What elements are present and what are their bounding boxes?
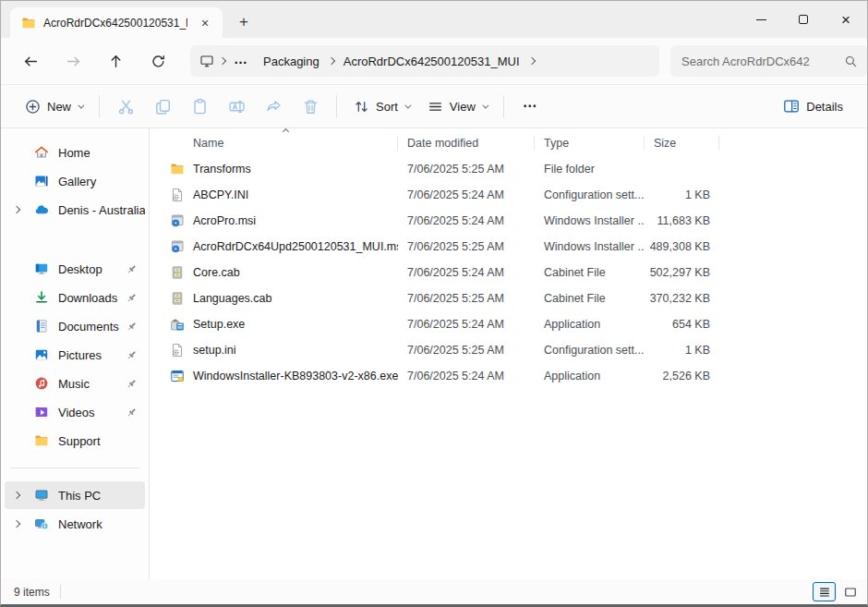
file-size: 2,526 KB <box>645 370 719 382</box>
pin-icon <box>126 263 138 275</box>
share-button[interactable] <box>255 91 292 122</box>
pin-icon <box>126 292 138 304</box>
minimize-button[interactable] <box>740 1 782 38</box>
onedrive-icon <box>34 202 49 217</box>
sidebar-item-music[interactable]: Music <box>5 370 145 397</box>
sidebar-item-denis-australian-r[interactable]: Denis - Australian R <box>5 196 145 224</box>
sidebar-item-home[interactable]: Home <box>5 139 145 166</box>
thispc-icon <box>34 488 49 503</box>
sidebar-item-this-pc[interactable]: This PC <box>5 481 145 509</box>
file-name: Core.cab <box>193 266 240 279</box>
home-icon <box>34 145 49 160</box>
expand-chevron-icon[interactable] <box>13 520 20 528</box>
file-date-modified: 7/06/2025 5:25 AM <box>398 163 535 176</box>
sidebar-item-videos[interactable]: Videos <box>5 398 145 426</box>
sidebar-item-label: Network <box>58 517 145 531</box>
paste-button[interactable] <box>181 91 218 122</box>
sidebar-item-network[interactable]: Network <box>5 510 145 538</box>
details-view-toggle[interactable] <box>813 582 836 601</box>
sidebar-item-pictures[interactable]: Pictures <box>5 341 145 369</box>
file-row[interactable]: Setup.exe7/06/2025 5:24 AMApplication654… <box>150 311 867 337</box>
file-list-pane: Name Date modified Type Size Transforms7… <box>150 128 867 579</box>
delete-button[interactable] <box>292 91 329 122</box>
explorer-tab[interactable]: AcroRdrDCx642500120531_MUI × <box>10 7 223 38</box>
window-controls: × <box>740 1 867 38</box>
file-row[interactable]: WindowsInstaller-KB893803-v2-x86.exe7/06… <box>150 363 867 389</box>
file-list: Transforms7/06/2025 5:25 AMFile folderAB… <box>150 156 867 389</box>
details-pane-icon <box>783 98 800 115</box>
details-pane-button[interactable]: Details <box>774 91 852 121</box>
kbexe-file-icon <box>170 369 185 383</box>
folder-file-icon <box>170 162 185 176</box>
ini-file-icon <box>170 188 185 202</box>
ini-file-icon <box>170 343 185 358</box>
new-button[interactable]: New <box>16 92 91 121</box>
close-button[interactable]: × <box>825 1 867 38</box>
file-row[interactable]: setup.ini7/06/2025 5:25 AMConfiguration … <box>150 337 867 363</box>
tab-title: AcroRdrDCx642500120531_MUI <box>43 17 187 30</box>
search-input[interactable] <box>681 55 844 68</box>
refresh-button[interactable] <box>142 44 174 78</box>
search-box[interactable] <box>670 45 867 77</box>
expand-chevron-icon[interactable] <box>13 492 20 499</box>
expand-chevron-icon[interactable] <box>13 206 20 213</box>
rename-button[interactable] <box>218 91 255 122</box>
this-pc-monitor-icon[interactable] <box>199 54 214 68</box>
see-more-button[interactable]: … <box>512 91 549 122</box>
file-name: Languages.cab <box>193 292 272 305</box>
tab-close-icon[interactable]: × <box>195 13 215 33</box>
breadcrumb-chevron-icon[interactable] <box>527 57 535 65</box>
file-row[interactable]: AcroPro.msi7/06/2025 5:24 AMWindows Inst… <box>150 208 867 234</box>
folder-icon <box>21 16 36 30</box>
sort-button[interactable]: Sort <box>344 92 418 121</box>
breadcrumb[interactable]: … Packaging AcroRdrDCx642500120531_MUI <box>190 45 659 77</box>
sidebar-item-documents[interactable]: Documents <box>5 312 145 340</box>
maximize-icon <box>799 15 808 24</box>
details-view-icon <box>818 586 831 599</box>
back-button[interactable] <box>16 44 47 78</box>
column-header-type[interactable]: Type <box>535 136 645 151</box>
breadcrumb-item-current[interactable]: AcroRdrDCx642500120531_MUI <box>336 51 527 72</box>
file-name: Transforms <box>193 163 251 176</box>
column-header-name[interactable]: Name <box>150 136 398 151</box>
desktop-icon <box>34 261 49 276</box>
copy-button[interactable] <box>144 91 181 122</box>
status-bar: 9 items <box>1 579 867 604</box>
sidebar-item-support[interactable]: Support <box>5 427 145 455</box>
file-date-modified: 7/06/2025 5:24 AM <box>398 214 535 227</box>
icons-view-toggle[interactable] <box>838 582 862 601</box>
forward-button[interactable] <box>58 44 90 78</box>
column-header-date-modified[interactable]: Date modified <box>398 136 535 151</box>
new-tab-button[interactable]: + <box>230 9 258 35</box>
maximize-button[interactable] <box>782 1 825 38</box>
file-type: Configuration sett... <box>535 188 645 201</box>
sidebar-item-gallery[interactable]: Gallery <box>5 167 145 195</box>
file-row[interactable]: ABCPY.INI7/06/2025 5:24 AMConfiguration … <box>150 182 867 208</box>
file-row[interactable]: Core.cab7/06/2025 5:24 AMCabinet File502… <box>150 260 867 285</box>
sidebar-item-desktop[interactable]: Desktop <box>5 255 145 283</box>
column-header-size[interactable]: Size <box>645 136 719 151</box>
file-row[interactable]: Transforms7/06/2025 5:25 AMFile folder <box>150 156 867 182</box>
file-type: Cabinet File <box>535 266 645 279</box>
items-count: 9 items <box>14 586 50 599</box>
file-type: Windows Installer ... <box>535 214 645 227</box>
gallery-icon <box>34 174 49 188</box>
file-row[interactable]: AcroRdrDCx64Upd2500120531_MUI.msp7/06/20… <box>150 234 867 260</box>
up-button[interactable] <box>101 44 132 78</box>
icons-view-icon <box>844 586 857 599</box>
search-icon[interactable] <box>844 55 858 68</box>
breadcrumb-item-packaging[interactable]: Packaging <box>256 51 327 72</box>
chevron-down-icon <box>78 102 84 108</box>
view-button[interactable]: View <box>418 92 496 121</box>
breadcrumb-chevron-icon <box>219 57 226 65</box>
sidebar-item-downloads[interactable]: Downloads <box>5 284 145 311</box>
file-name: AcroPro.msi <box>193 214 256 227</box>
breadcrumb-overflow-button[interactable]: … <box>227 51 254 67</box>
sort-button-label: Sort <box>376 100 398 114</box>
sidebar: HomeGalleryDenis - Australian RDesktopDo… <box>1 128 150 579</box>
file-size: 11,683 KB <box>645 214 719 227</box>
file-row[interactable]: Languages.cab7/06/2025 5:25 AMCabinet Fi… <box>150 285 867 311</box>
cut-button[interactable] <box>107 91 144 122</box>
share-icon <box>265 98 283 115</box>
refresh-icon <box>151 54 166 69</box>
